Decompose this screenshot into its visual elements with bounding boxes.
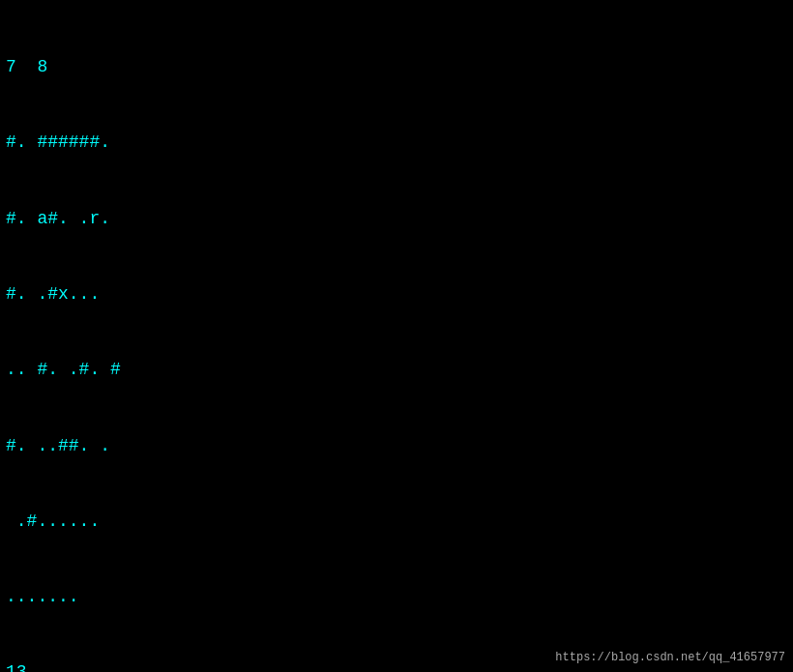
output-line-5: .. #. .#. # xyxy=(6,357,787,382)
terminal-output: 7 8 #. ######. #. a#. .r. #. .#x... .. #… xyxy=(6,4,787,672)
output-line-4: #. .#x... xyxy=(6,281,787,307)
output-line-8: ....... xyxy=(6,584,787,609)
output-line-1: 7 8 xyxy=(6,54,787,79)
output-line-6: #. ..##. . xyxy=(6,433,787,458)
output-line-3: #. a#. .r. xyxy=(6,206,787,231)
watermark-text: https://blog.csdn.net/qq_41657977 xyxy=(555,651,785,664)
output-line-7: .#...... xyxy=(6,509,787,534)
terminal-window: 7 8 #. ######. #. a#. .r. #. .#x... .. #… xyxy=(0,0,793,672)
output-line-2: #. ######. xyxy=(6,130,787,155)
